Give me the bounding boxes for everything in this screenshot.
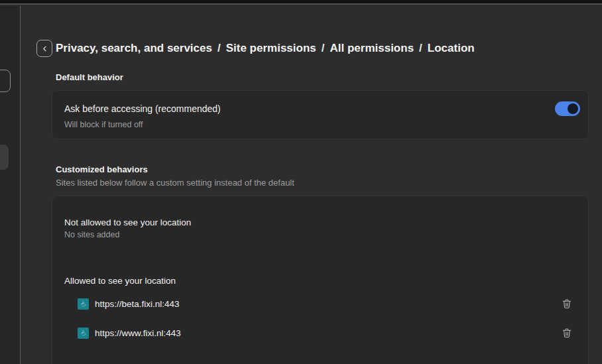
not-allowed-empty-message: No sites added xyxy=(64,230,119,239)
trash-icon xyxy=(561,327,573,339)
ask-before-accessing-label: Ask before accessing (recommended) xyxy=(64,103,221,114)
customized-behaviors-description: Sites listed below follow a custom setti… xyxy=(56,178,294,188)
delete-site-button[interactable] xyxy=(560,297,573,310)
site-favicon-icon: ☝ xyxy=(78,328,89,339)
site-row: ☝ https://www.fixi.nl:443 xyxy=(78,322,573,343)
toggle-knob xyxy=(568,103,578,114)
breadcrumb: Privacy, search, and services / Site per… xyxy=(56,40,475,57)
sidebar-button-partial[interactable] xyxy=(0,70,11,92)
back-button[interactable] xyxy=(36,40,52,57)
site-url: https://www.fixi.nl:443 xyxy=(95,328,181,338)
site-favicon-icon: ☝ xyxy=(78,298,89,310)
default-behavior-heading: Default behavior xyxy=(56,72,123,82)
ask-before-accessing-description: Will block if turned off xyxy=(64,120,143,129)
window-top-bar xyxy=(0,0,602,5)
breadcrumb-all-permissions[interactable]: All permissions xyxy=(330,42,414,55)
chevron-left-icon xyxy=(40,44,49,53)
hand-icon: ☝ xyxy=(80,329,87,337)
hand-icon: ☝ xyxy=(80,300,87,308)
collapsed-sidebar xyxy=(0,6,21,364)
customized-behaviors-card: Not allowed to see your location No site… xyxy=(52,196,589,364)
site-url: https://beta.fixi.nl:443 xyxy=(95,299,180,309)
site-row: ☝ https://beta.fixi.nl:443 xyxy=(78,293,573,314)
sidebar-selected-item-partial[interactable] xyxy=(0,145,9,170)
allowed-title: Allowed to see your location xyxy=(64,276,176,286)
breadcrumb-separator: / xyxy=(322,42,325,55)
breadcrumb-separator: / xyxy=(217,42,221,55)
breadcrumb-location: Location xyxy=(428,42,475,55)
breadcrumb-privacy[interactable]: Privacy, search, and services xyxy=(56,42,212,55)
breadcrumb-separator: / xyxy=(419,42,422,55)
delete-site-button[interactable] xyxy=(560,326,573,339)
not-allowed-title: Not allowed to see your location xyxy=(64,217,191,227)
ask-before-accessing-toggle[interactable] xyxy=(555,101,580,116)
breadcrumb-site-permissions[interactable]: Site permissions xyxy=(226,42,316,55)
customized-behaviors-heading: Customized behaviors xyxy=(56,164,148,174)
default-behavior-card: Ask before accessing (recommended) Will … xyxy=(52,90,589,139)
trash-icon xyxy=(561,298,573,310)
